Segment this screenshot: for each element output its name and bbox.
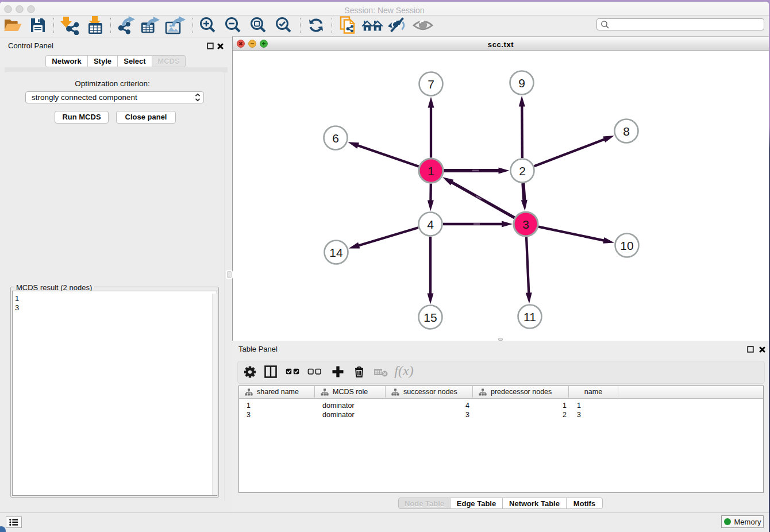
svg-text:2: 2: [519, 164, 526, 178]
svg-text:9: 9: [518, 76, 525, 90]
svg-text:8: 8: [623, 125, 630, 138]
svg-text:6: 6: [332, 132, 339, 145]
svg-text:1: 1: [428, 164, 434, 178]
svg-text:4: 4: [427, 218, 434, 231]
svg-text:10: 10: [620, 239, 633, 252]
svg-text:14: 14: [329, 246, 343, 259]
svg-text:11: 11: [523, 310, 536, 323]
svg-text:3: 3: [522, 218, 529, 231]
svg-text:7: 7: [428, 78, 434, 91]
svg-text:15: 15: [424, 311, 437, 324]
